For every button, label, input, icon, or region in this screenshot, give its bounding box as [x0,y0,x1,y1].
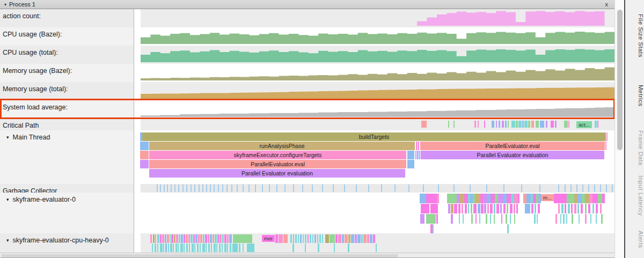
trace-sliver[interactable] [506,214,507,224]
event-tick[interactable] [570,185,572,192]
trace-sliver[interactable] [464,194,468,203]
trace-sliver[interactable] [317,234,318,243]
trace-sliver[interactable] [540,121,544,128]
trace-sliver[interactable] [460,194,464,203]
expand-arrow-icon[interactable]: ▾ [6,197,9,202]
trace-sliver[interactable] [275,234,278,243]
event-tick[interactable] [394,185,396,192]
event-tick[interactable] [582,185,583,192]
event-tick[interactable] [423,185,424,192]
trace-sliver[interactable] [453,121,455,128]
thread-track[interactable]: act... [134,119,614,130]
trace-sliver[interactable] [227,234,229,243]
trace-sliver[interactable] [568,204,570,213]
trace-sliver[interactable] [494,214,495,224]
trace-sliver[interactable] [176,234,178,243]
trace-sliver[interactable] [606,132,608,141]
event-tick[interactable] [333,185,334,192]
event-tick[interactable] [381,185,382,192]
trace-sliver[interactable] [560,214,561,224]
trace-sliver[interactable] [518,194,519,203]
trace-sliver[interactable] [407,160,414,168]
trace-sliver[interactable] [501,214,502,224]
trace-sliver[interactable] [451,204,453,213]
trace-sliver[interactable] [420,194,426,203]
event-tick[interactable] [210,185,211,192]
trace-sliver[interactable] [566,214,567,224]
trace-sliver[interactable] [186,234,188,243]
trace-sliver[interactable] [471,214,473,224]
trace-sliver[interactable] [602,194,605,203]
trace-sliver[interactable] [214,244,216,252]
event-tick[interactable] [160,185,161,192]
event-tick[interactable] [368,185,369,192]
trace-sliver[interactable] [465,204,467,213]
trace-sliver[interactable] [503,204,506,213]
trace-sliver[interactable] [496,204,499,213]
trace-sliver[interactable] [596,204,598,213]
trace-sliver[interactable] [592,204,594,213]
event-tick[interactable] [262,185,263,192]
trace-sliver[interactable] [563,214,565,224]
event-tick[interactable] [302,185,303,192]
trace-sliver[interactable] [448,204,450,213]
trace-sliver[interactable] [588,204,590,213]
trace-sliver[interactable] [478,204,480,213]
event-tick[interactable] [293,185,294,192]
trace-sliver[interactable] [508,121,509,128]
trace-sliver[interactable] [325,234,329,243]
trace-sliver[interactable] [507,204,508,213]
trace-sliver[interactable] [229,234,232,243]
trace-sliver[interactable] [507,224,509,233]
trace-sliver[interactable] [531,121,534,128]
counter-chart[interactable] [134,100,614,119]
event-tick[interactable] [503,185,504,192]
trace-sliver[interactable] [451,214,453,224]
collapse-arrow-icon[interactable]: ▾ [4,2,6,7]
trace-sliver[interactable] [499,121,500,128]
trace-sliver[interactable] [213,234,214,243]
trace-slice[interactable]: Parallel Evaluator evaluation [149,169,405,178]
trace-sliver[interactable] [335,234,338,243]
trace-sliver[interactable] [308,234,309,243]
trace-sliver[interactable] [471,204,472,213]
thread-track[interactable]: m... [134,193,614,233]
trace-sliver[interactable] [462,204,463,213]
trace-sliver[interactable] [376,244,377,252]
trace-sliver[interactable] [595,121,597,128]
trace-sliver[interactable] [597,121,598,128]
trace-sliver[interactable] [484,121,485,128]
trace-sliver[interactable] [585,194,589,203]
event-tick[interactable] [199,185,200,192]
trace-sliver[interactable] [514,204,515,213]
trace-sliver[interactable] [194,244,195,252]
trace-sliver[interactable] [565,204,566,213]
trace-sliver[interactable] [322,234,323,243]
trace-sliver[interactable] [416,142,418,150]
trace-slice[interactable]: Parallel Evaluator evaluation [421,151,604,159]
event-tick[interactable] [312,185,313,192]
trace-sliver[interactable] [426,194,437,203]
trace-sliver[interactable] [524,121,528,128]
trace-sliver[interactable] [345,234,348,243]
trace-sliver[interactable] [203,234,204,243]
trace-sliver[interactable] [303,234,304,243]
trace-sliver[interactable] [140,151,149,159]
trace-sliver[interactable] [514,214,515,224]
trace-sliver[interactable] [528,121,530,128]
trace-sliver[interactable] [310,234,311,243]
event-tick[interactable] [191,185,192,192]
event-tick[interactable] [218,185,219,192]
event-tick[interactable] [237,185,238,192]
trace-sliver[interactable] [298,234,299,243]
trace-sliver[interactable] [233,234,252,243]
trace-sliver[interactable] [567,194,574,203]
trace-sliver[interactable] [342,234,344,243]
event-tick[interactable] [408,185,409,192]
trace-sliver[interactable] [537,214,538,224]
trace-sliver[interactable] [491,194,495,203]
event-tick[interactable] [194,185,195,192]
event-tick[interactable] [612,185,613,192]
event-tick[interactable] [588,185,589,192]
trace-sliver[interactable] [417,151,419,159]
